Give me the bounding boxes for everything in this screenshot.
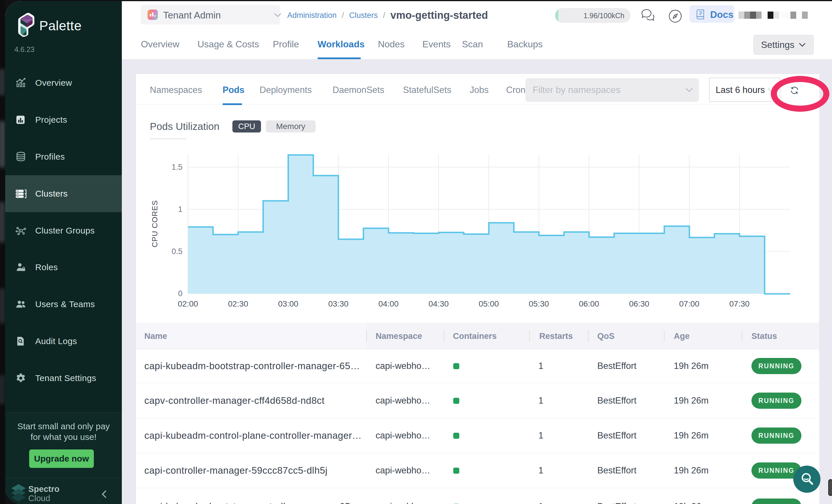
svg-text:0.5: 0.5: [172, 247, 182, 256]
svg-text:04:00: 04:00: [379, 299, 399, 308]
svg-text:CPU CORES: CPU CORES: [150, 200, 159, 247]
svg-text:07:30: 07:30: [729, 299, 749, 308]
svg-text:03:30: 03:30: [328, 299, 348, 308]
svg-text:04:30: 04:30: [428, 299, 449, 308]
svg-text:1: 1: [178, 205, 182, 214]
svg-text:1.5: 1.5: [172, 163, 182, 171]
svg-text:06:30: 06:30: [629, 299, 649, 308]
svg-text:05:30: 05:30: [529, 299, 549, 308]
svg-text:03:00: 03:00: [278, 299, 298, 308]
svg-text:06:00: 06:00: [579, 299, 599, 308]
svg-text:05:00: 05:00: [479, 299, 499, 308]
svg-text:02:30: 02:30: [228, 299, 248, 308]
svg-text:02:00: 02:00: [178, 299, 198, 308]
svg-text:07:00: 07:00: [679, 299, 700, 308]
svg-text:0: 0: [178, 289, 182, 298]
